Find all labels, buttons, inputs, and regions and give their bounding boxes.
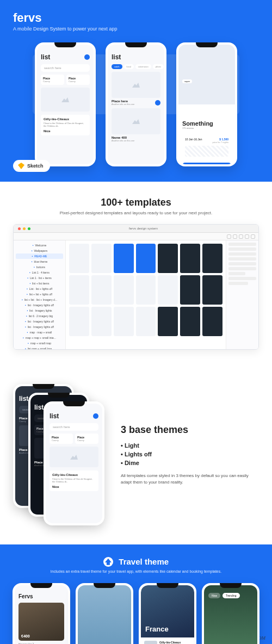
sidebar-item: list map + small Ima... — [16, 346, 63, 349]
sidebar-item: list + list items — [16, 281, 63, 286]
notch-icon — [220, 583, 242, 588]
notch-icon — [196, 42, 218, 47]
screen-title: list — [41, 53, 50, 61]
reviews-text: 175 reviews — [182, 127, 231, 129]
artboard — [180, 307, 200, 336]
product-title: Something — [182, 120, 231, 127]
date-text: 10 Jan·16 Jan — [185, 138, 202, 141]
sidebar-item: List · list + lights off — [16, 286, 63, 292]
sketch-icon — [18, 163, 24, 169]
artboard — [69, 244, 89, 273]
artboard — [202, 307, 222, 336]
artboard — [158, 244, 178, 273]
add-icon — [93, 413, 98, 419]
sidebar-item: list · Imagery lights off — [16, 324, 63, 330]
close-icon — [18, 227, 21, 230]
sidebar-item: blue theme — [16, 259, 63, 264]
artboard — [91, 307, 112, 336]
filter-pill: local — [124, 64, 134, 69]
notch-icon — [94, 583, 115, 588]
artboard — [114, 275, 134, 305]
sidebar-item: map + map + small inte... — [16, 335, 63, 340]
sketch-app-window: fervs design system WelcomeWallpapersREA… — [13, 224, 259, 350]
artboard — [180, 275, 200, 305]
notch-icon — [125, 42, 147, 47]
travel-phone-3: France Gilly-lès-CîteauxClose to the Châ… — [139, 583, 196, 644]
hero-section: fervs A mobile Design System to power yo… — [0, 0, 272, 182]
book-button: book now — [182, 163, 231, 164]
notch-icon — [48, 393, 70, 398]
canvas — [66, 240, 226, 349]
notch-icon — [63, 401, 85, 406]
filter-pill: catch — [112, 64, 122, 69]
sidebar-item: map · map + small — [16, 330, 63, 335]
themes-section: list search here Place County Place here… — [0, 365, 272, 544]
artboard — [91, 275, 112, 305]
sidebar-item: list · Imagery lights off — [16, 302, 63, 308]
notch-icon — [30, 583, 52, 588]
tool-icon — [233, 234, 237, 239]
artboard — [158, 307, 178, 336]
sidebar-item: Wallpapers — [16, 248, 63, 253]
filter-pill: photo — [153, 64, 164, 69]
brand-subtitle: A mobile Design System to power your nex… — [13, 26, 259, 32]
notch-icon — [54, 42, 76, 47]
artboard — [202, 275, 222, 305]
section-title: Travel theme — [119, 557, 169, 566]
hero-phone-2: list catch local catamaran photo Place h… — [106, 42, 166, 166]
screen-title: list — [112, 53, 121, 61]
theme-phone-light: list search here PlaceCounty PlaceCounty… — [44, 401, 104, 525]
tool-icon — [245, 234, 249, 239]
sidebar-item: buttons — [16, 264, 63, 270]
place-sub: Another info on this one — [112, 139, 160, 142]
theme-list: LightLights offDime — [121, 442, 259, 466]
theme-desc: All templates come styled in 3 themes by… — [121, 473, 259, 485]
sketch-badge: Sketch — [13, 160, 50, 172]
notch-icon — [33, 384, 54, 389]
action-icon — [155, 100, 160, 106]
sidebar-item: list · Imagery lights off — [16, 319, 63, 324]
tool-icon — [227, 234, 231, 239]
theme-item: Lights off — [121, 451, 259, 457]
travel-phone-4: Nice Trending Traveling Search — [202, 583, 259, 644]
image-placeholder-icon — [112, 72, 160, 98]
sidebar-item: List 1 · list + items — [16, 275, 63, 281]
badge: super — [182, 79, 192, 83]
sidebar-item: list 6 · 2 imagery big — [16, 313, 63, 319]
sidebar-item: list · Imagery lights — [16, 308, 63, 313]
add-icon — [84, 54, 90, 60]
maximize-icon — [28, 227, 30, 230]
travel-phone-1: Fervs €400 Houses for 2 — [13, 583, 70, 644]
window-title: fervs design system — [33, 227, 254, 230]
layers-sidebar: WelcomeWallpapersREAD-MEblue themebutton… — [14, 240, 66, 349]
theme-phone-stack: list search here Place County Place here… — [13, 384, 106, 525]
notch-icon — [157, 583, 178, 588]
toolbar — [14, 233, 258, 240]
templates-section: 100+ templates Pixel-perfect designed te… — [0, 182, 272, 365]
sketch-label: Sketch — [27, 163, 44, 169]
theme-item: Dime — [121, 460, 259, 466]
artboard — [91, 244, 112, 273]
image-placeholder-icon — [41, 88, 90, 112]
sidebar-item: list + list · list + Imagery d... — [16, 297, 63, 302]
sidebar-item: map + small map — [16, 340, 63, 346]
hero-phone-3: super Something 175 reviews 10 Jan·16 Ja… — [176, 42, 237, 166]
section-subtitle: Includes an extra travel theme for your … — [10, 569, 262, 573]
place-card: PlaceCounty — [66, 75, 90, 85]
sidebar-item: list + list + lights off — [16, 292, 63, 297]
umbrella-icon — [103, 557, 113, 567]
artboard — [202, 244, 222, 273]
artboard — [136, 307, 156, 336]
search-input: search here — [41, 64, 90, 72]
brand-title: fervs — [13, 11, 259, 25]
inspector-panel — [226, 240, 258, 349]
section-title: 100+ templates — [13, 197, 259, 208]
section-subtitle: Pixel-perfect designed templates and lay… — [13, 210, 259, 215]
artboard — [158, 275, 178, 305]
artboard — [114, 244, 134, 273]
sidebar-item: READ-ME — [16, 253, 63, 259]
artboard — [136, 275, 156, 305]
hero-phone-1: list search here PlaceCounty PlaceCounty… — [35, 42, 96, 166]
image-placeholder-icon — [50, 447, 98, 467]
image-placeholder-icon — [112, 108, 160, 134]
